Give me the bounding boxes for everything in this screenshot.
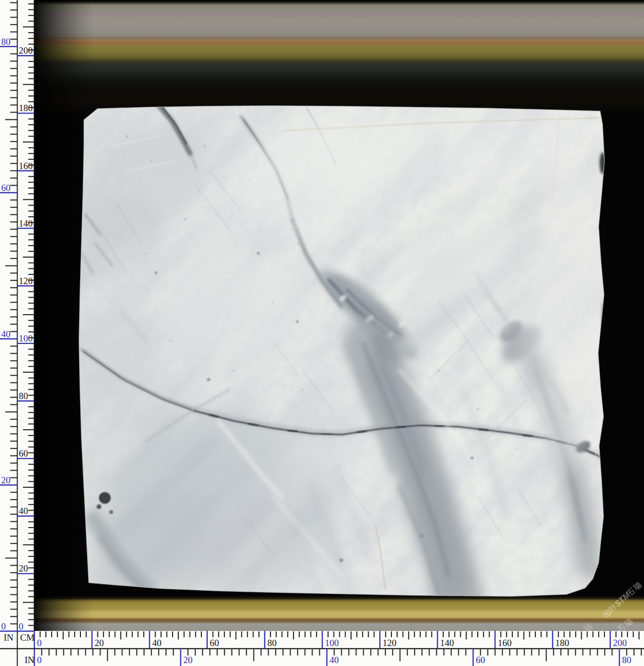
svg-text:40: 40: [152, 638, 161, 648]
svg-text:120: 120: [383, 638, 397, 648]
svg-text:0: 0: [37, 655, 42, 665]
svg-text:60: 60: [476, 655, 485, 665]
svg-text:60: 60: [19, 448, 28, 458]
svg-text:60: 60: [210, 638, 219, 648]
svg-text:80: 80: [267, 638, 276, 648]
svg-text:40: 40: [1, 329, 11, 339]
svg-text:20: 20: [1, 475, 11, 485]
svg-text:160: 160: [19, 161, 33, 171]
svg-text:180: 180: [555, 638, 569, 648]
svg-text:40: 40: [330, 655, 339, 665]
svg-text:160: 160: [498, 638, 511, 648]
svg-text:0: 0: [37, 638, 42, 648]
svg-text:IN: IN: [3, 632, 13, 643]
svg-text:0: 0: [1, 621, 6, 631]
svg-text:140: 140: [19, 218, 33, 228]
svg-text:140: 140: [440, 638, 454, 648]
svg-text:100: 100: [325, 638, 339, 648]
svg-text:120: 120: [19, 276, 33, 286]
svg-text:IN: IN: [24, 655, 34, 665]
svg-text:80: 80: [622, 655, 631, 665]
svg-text:40: 40: [19, 506, 28, 516]
svg-text:60: 60: [1, 183, 11, 193]
svg-text:180: 180: [19, 103, 33, 113]
svg-text:0: 0: [19, 621, 24, 631]
svg-text:100: 100: [19, 333, 33, 343]
svg-text:200: 200: [19, 45, 33, 56]
svg-text:20: 20: [95, 638, 104, 648]
svg-text:CM: CM: [20, 632, 35, 643]
svg-text:20: 20: [183, 655, 193, 665]
svg-text:80: 80: [1, 37, 11, 47]
svg-text:80: 80: [19, 391, 28, 401]
svg-text:200: 200: [613, 638, 627, 648]
svg-text:20: 20: [19, 563, 28, 573]
